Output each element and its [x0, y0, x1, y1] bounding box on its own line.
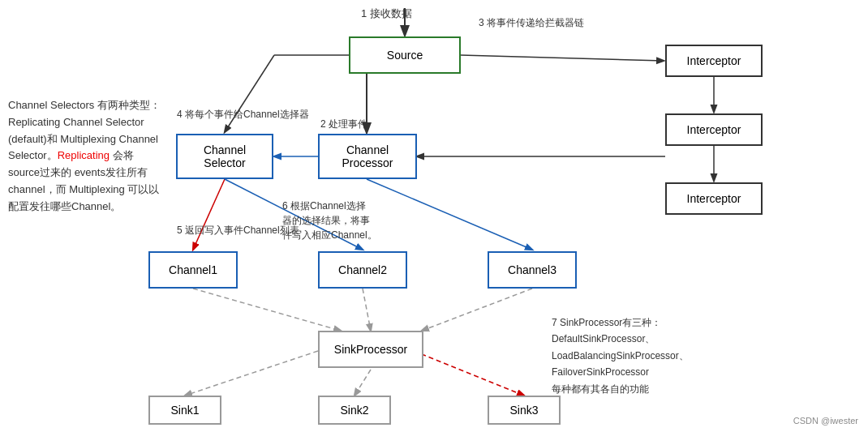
sink3-label: Sink3: [509, 404, 538, 417]
footer-text: CSDN @iwester: [793, 416, 858, 426]
source-box: Source: [349, 36, 461, 74]
svg-line-16: [355, 370, 371, 396]
channel3-label: Channel3: [508, 263, 556, 276]
channel2-box: Channel2: [318, 251, 407, 289]
channel-processor-box: ChannelProcessor: [318, 134, 417, 179]
interceptor2-label: Interceptor: [687, 123, 741, 136]
svg-line-17: [414, 351, 524, 396]
channel-selector-box: ChannelSelector: [176, 134, 273, 179]
left-panel: Channel Selectors 有两种类型：Replicating Chan…: [8, 97, 166, 216]
interceptor1-box: Interceptor: [665, 45, 763, 77]
label-receive-data: 1 接收数据: [361, 6, 412, 21]
interceptor3-label: Interceptor: [687, 192, 741, 205]
channel1-label: Channel1: [169, 263, 217, 276]
svg-line-12: [193, 289, 341, 331]
left-panel-text: Channel Selectors 有两种类型：Replicating Chan…: [8, 99, 161, 212]
label-interceptor-chain: 3 将事件传递给拦截器链: [479, 16, 584, 30]
svg-line-13: [363, 289, 371, 331]
diagram-container: Channel Selectors 有两种类型：Replicating Chan…: [0, 0, 868, 432]
footer: CSDN @iwester: [793, 416, 858, 426]
channel-selector-label: ChannelSelector: [204, 143, 246, 169]
channel1-box: Channel1: [148, 251, 238, 289]
interceptor3-box: Interceptor: [665, 182, 763, 215]
sink1-label: Sink1: [170, 404, 199, 417]
label-write-channel: 6 根据Channel选择器的选择结果，将事件写入相应Channel。: [282, 199, 400, 242]
sink2-box: Sink2: [318, 396, 391, 425]
label-return-channel-list: 5 返回写入事件Channel列表: [177, 224, 299, 237]
sink2-label: Sink2: [340, 404, 368, 417]
sink-processor-box: SinkProcessor: [318, 331, 423, 368]
interceptor2-box: Interceptor: [665, 113, 763, 146]
interceptor1-label: Interceptor: [687, 54, 741, 67]
svg-line-9: [193, 179, 225, 250]
label-process-event: 2 处理事件: [320, 118, 367, 131]
channel-processor-label: ChannelProcessor: [342, 143, 393, 169]
channel3-box: Channel3: [488, 251, 577, 289]
svg-line-15: [185, 351, 318, 396]
source-label: Source: [387, 49, 423, 62]
sink-processor-label: SinkProcessor: [334, 343, 407, 356]
svg-line-4: [461, 55, 664, 61]
channel2-label: Channel2: [338, 263, 387, 276]
sink1-box: Sink1: [148, 396, 221, 425]
svg-line-14: [422, 289, 532, 331]
label-sink-processor-types: 7 SinkProcessor有三种：DefaultSinkProcessor、…: [552, 314, 689, 397]
sink3-box: Sink3: [488, 396, 561, 425]
label-channel-selector: 4 将每个事件给Channel选择器: [177, 108, 309, 122]
